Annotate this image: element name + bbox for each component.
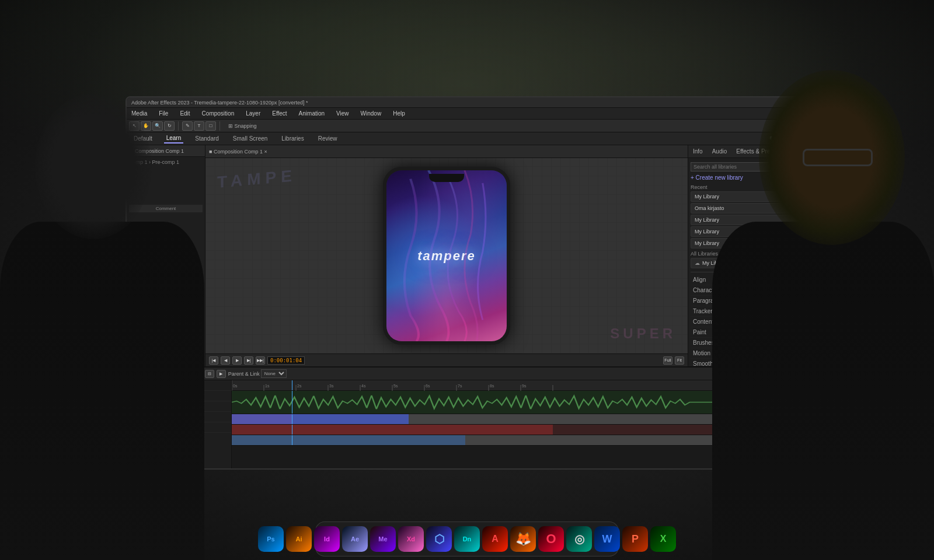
time-display[interactable]: 0:00:01:04 xyxy=(267,356,305,365)
timeline-header: ■ Composition Comp 1 × ⊞ ⊟ ▶ Parent & Li… xyxy=(127,368,810,380)
svg-text:2s: 2s xyxy=(297,384,302,388)
phone-screen: tampere xyxy=(386,170,507,341)
library-cloud-icon: ☁ xyxy=(695,260,700,266)
rp-tab-info[interactable]: Info xyxy=(688,146,708,156)
track-bar-segment-3[interactable] xyxy=(232,435,465,445)
xd-label: Xd xyxy=(407,536,415,542)
menu-file[interactable]: File xyxy=(156,110,170,117)
timeline-ctrl-2[interactable]: ⊟ xyxy=(205,370,214,378)
phone-mockup: tampere xyxy=(383,167,510,345)
menu-view[interactable]: View xyxy=(334,110,351,117)
phone-notch xyxy=(429,174,464,182)
zoom-btn[interactable]: Fit xyxy=(675,356,684,365)
playback-prev[interactable]: ◀ xyxy=(221,356,230,365)
dock-icon-excel[interactable]: X xyxy=(650,526,676,552)
dock-icon-mediaencoder[interactable]: Me xyxy=(370,526,396,552)
dock-icon-spiral[interactable]: ◎ xyxy=(566,526,592,552)
tab-standard[interactable]: Standard xyxy=(193,134,221,143)
svg-text:7s: 7s xyxy=(458,384,462,388)
parent-link-dropdown[interactable]: None xyxy=(261,369,287,378)
menu-animation[interactable]: Animation xyxy=(297,110,327,117)
timeline-body: ● Audio None ▾ ◯ Track 2 ■ Track 3 xyxy=(127,380,810,468)
tab-libraries[interactable]: Libraries xyxy=(279,134,306,143)
toolbar-separator-2 xyxy=(219,121,220,131)
svg-text:0s: 0s xyxy=(233,384,238,388)
parent-link-label: Parent & Link xyxy=(228,371,260,377)
glasses xyxy=(803,149,873,166)
menu-window[interactable]: Window xyxy=(358,110,384,117)
dock-icon-aftereffects[interactable]: Ae xyxy=(342,526,368,552)
excel-label: X xyxy=(660,534,667,544)
opera-label: O xyxy=(546,531,556,547)
playback-next[interactable]: ▶| xyxy=(244,356,253,365)
track-bar-segment-1b[interactable] xyxy=(292,414,409,424)
playback-play[interactable]: ▶ xyxy=(232,356,242,365)
powerpoint-label: P xyxy=(632,533,639,545)
comp-name: ■ Composition Comp 1 × xyxy=(209,149,267,155)
dock-icon-illustrator[interactable]: Ai xyxy=(286,526,312,552)
playhead[interactable] xyxy=(292,380,292,390)
person-left-head xyxy=(35,93,152,239)
tool-rotate[interactable]: ↻ xyxy=(164,121,175,131)
resolution-btn[interactable]: Full xyxy=(663,356,672,365)
dock-icon-opera[interactable]: O xyxy=(538,526,564,552)
tab-learn[interactable]: Learn xyxy=(164,134,184,144)
dock-icon-firefox[interactable]: 🦊 xyxy=(510,526,536,552)
person-left-body xyxy=(0,222,204,560)
dock-icon-dimension[interactable]: Dn xyxy=(454,526,480,552)
phone-outer-frame: tampere xyxy=(383,167,510,345)
playback-end[interactable]: ▶▶| xyxy=(256,356,265,365)
dock-icon-photoshop[interactable]: Ps xyxy=(258,526,284,552)
tool-zoom[interactable]: 🔍 xyxy=(152,121,163,131)
menu-bar: Media File Edit Composition Layer Effect… xyxy=(127,108,810,120)
me-label: Me xyxy=(378,536,387,542)
dock-icon-powerpoint[interactable]: P xyxy=(622,526,648,552)
acrobat-label: A xyxy=(492,534,499,544)
track3-playhead xyxy=(292,435,292,445)
timeline-ctrl-3[interactable]: ▶ xyxy=(217,370,226,378)
menu-help[interactable]: Help xyxy=(391,110,407,117)
svg-text:8s: 8s xyxy=(490,384,494,388)
svg-text:6s: 6s xyxy=(426,384,430,388)
dock: Ps Ai Id Ae Me Xd ⬡ Dn A 🦊 O ◎ W P X xyxy=(315,522,619,556)
composition-view[interactable]: tampere TAMPE SUPER xyxy=(205,158,688,354)
svg-text:9s: 9s xyxy=(522,384,527,388)
tab-small-screen[interactable]: Small Screen xyxy=(231,134,270,143)
ae-application: Adobe After Effects 2023 - Tremedia-tamp… xyxy=(127,97,810,468)
menu-edit[interactable]: Edit xyxy=(177,110,192,117)
comp-controls-bar: |◀ ◀ ▶ ▶| ▶▶| 0:00:01:04 Full Fit xyxy=(205,354,688,366)
rp-tab-audio[interactable]: Audio xyxy=(708,146,732,156)
tool-text[interactable]: T xyxy=(194,121,204,131)
main-area: ■ Composition Comp 1 Comp 1 › Pre-comp 1… xyxy=(127,145,810,366)
track-bar-segment-2[interactable] xyxy=(232,425,553,435)
svg-text:3s: 3s xyxy=(329,384,334,388)
dock-icon-blender[interactable]: ⬡ xyxy=(426,526,452,552)
svg-text:1s: 1s xyxy=(265,384,270,388)
tab-review[interactable]: Review xyxy=(316,134,340,143)
center-area: ■ Composition Comp 1 × xyxy=(205,145,688,366)
waveform-playhead xyxy=(292,391,292,414)
timeline-panel: ■ Composition Comp 1 × ⊞ ⊟ ▶ Parent & Li… xyxy=(127,366,810,468)
menu-effect[interactable]: Effect xyxy=(270,110,289,117)
phone-waves-svg xyxy=(386,170,507,341)
title-bar: Adobe After Effects 2023 - Tremedia-tamp… xyxy=(127,97,810,108)
ps-label: Ps xyxy=(267,536,274,542)
svg-text:4s: 4s xyxy=(361,384,366,388)
dock-icon-word[interactable]: W xyxy=(594,526,620,552)
dock-icon-xd[interactable]: Xd xyxy=(398,526,424,552)
dock-icon-indesign[interactable]: Id xyxy=(314,526,340,552)
tool-pen[interactable]: ✎ xyxy=(182,121,193,131)
snapping-label: ⊞ Snapping xyxy=(228,123,257,129)
toolbar: ↖ ✋ 🔍 ↻ ✎ T □ ⊞ Snapping xyxy=(127,120,810,132)
dock-icon-acrobat[interactable]: A xyxy=(482,526,508,552)
spiral-label: ◎ xyxy=(574,532,584,546)
person-right-body xyxy=(712,222,934,560)
track2-playhead xyxy=(292,425,292,435)
menu-layer[interactable]: Layer xyxy=(243,110,263,117)
menu-composition[interactable]: Composition xyxy=(200,110,237,117)
breadcrumb-precomp[interactable]: Pre-comp 1 xyxy=(152,159,180,165)
playback-start[interactable]: |◀ xyxy=(209,356,218,365)
tool-shape[interactable]: □ xyxy=(205,121,216,131)
parent-link-row: Parent & Link None xyxy=(228,369,287,378)
firefox-label: 🦊 xyxy=(515,531,531,547)
